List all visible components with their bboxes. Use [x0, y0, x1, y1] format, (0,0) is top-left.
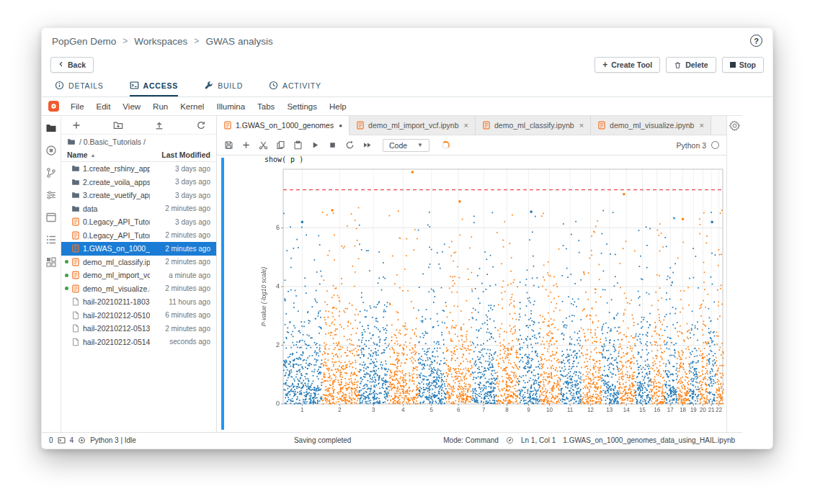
- file-modified: 2 minutes ago: [153, 258, 210, 266]
- menu-settings[interactable]: Settings: [281, 100, 323, 113]
- menu-edit[interactable]: Edit: [91, 100, 117, 113]
- file-row[interactable]: data2 minutes ago: [61, 202, 216, 216]
- file-browser-breadcrumb[interactable]: / 0.Basic_Tutorials /: [61, 135, 216, 148]
- file-row[interactable]: demo_ml_import_vcf.ip...a minute ago: [61, 269, 216, 282]
- file-row[interactable]: 3.create_vuetify_apps3 days ago: [61, 189, 216, 202]
- paste-cells-icon[interactable]: [293, 140, 303, 150]
- open-tabs-icon[interactable]: [45, 212, 57, 223]
- cell-code[interactable]: show( p ): [264, 156, 303, 163]
- stop-button[interactable]: Stop: [722, 57, 764, 73]
- cut-cells-icon[interactable]: [259, 140, 268, 150]
- tab-build[interactable]: BUILD: [204, 76, 243, 96]
- file-name: 2.create_voila_apps: [83, 178, 150, 186]
- menu-kernel[interactable]: Kernel: [174, 100, 210, 113]
- file-row[interactable]: demo_ml_classify.ipynb2 minutes ago: [61, 256, 216, 269]
- kernels-count[interactable]: 4: [70, 436, 74, 444]
- file-row[interactable]: hail-20210212-0514-0...seconds ago: [61, 336, 216, 349]
- file-row[interactable]: 1.GWAS_on_1000_geno...2 minutes ago: [61, 242, 216, 256]
- kernel-name[interactable]: Python 3: [677, 141, 706, 150]
- plot-canvas[interactable]: [257, 166, 726, 423]
- copy-cells-icon[interactable]: [276, 140, 285, 150]
- notebook-content[interactable]: show( p ) P-value (-log10 scale): [217, 156, 726, 432]
- cell-type-dropdown[interactable]: Code ▼: [383, 139, 429, 152]
- command-mode-indicator[interactable]: Mode: Command: [443, 436, 499, 444]
- save-icon[interactable]: [224, 140, 233, 150]
- new-launcher-icon[interactable]: [71, 120, 81, 130]
- breadcrumb-item-workspaces[interactable]: Workspaces: [134, 36, 187, 47]
- terminal-icon: [130, 81, 139, 90]
- stop-square-icon: [730, 62, 736, 68]
- doc-tab[interactable]: demo_ml_visualize.ipynb×: [591, 116, 711, 135]
- file-row[interactable]: 0.Legacy_API_Tutorial_...3 days ago: [61, 215, 216, 229]
- file-name: 1.create_rshiny_apps: [83, 164, 150, 173]
- menu-run[interactable]: Run: [147, 100, 174, 113]
- activity-bar: [42, 116, 61, 432]
- file-row[interactable]: hail-20210212-0513-0...2 minutes ago: [61, 322, 216, 336]
- gear-icon[interactable]: [729, 120, 740, 131]
- new-folder-icon[interactable]: [113, 120, 123, 130]
- interrupt-kernel-icon[interactable]: [328, 140, 337, 150]
- dirty-indicator-icon[interactable]: ●: [339, 122, 342, 129]
- modified-column-header[interactable]: Last Modified: [153, 150, 210, 159]
- help-icon[interactable]: ?: [750, 35, 762, 47]
- git-branch-icon[interactable]: [45, 167, 57, 179]
- document-tab-bar: 1.GWAS_on_1000_genomes●demo_ml_import_vc…: [217, 116, 726, 135]
- doc-tab-label: 1.GWAS_on_1000_genomes: [236, 121, 334, 130]
- property-inspector-icon[interactable]: [45, 189, 57, 201]
- breadcrumb-item-project[interactable]: PopGen Demo: [52, 36, 116, 47]
- create-tool-button[interactable]: + Create Tool: [594, 57, 660, 73]
- file-name: hail-20210211-1803-0...: [83, 297, 150, 306]
- table-of-contents-icon[interactable]: [45, 234, 57, 246]
- name-column-header[interactable]: Name▲: [67, 150, 153, 159]
- menu-file[interactable]: File: [65, 100, 90, 113]
- restart-kernel-icon[interactable]: [345, 140, 355, 150]
- sort-ascending-icon: ▲: [91, 153, 96, 158]
- plus-icon: +: [602, 62, 607, 68]
- doc-tab[interactable]: demo_ml_import_vcf.ipynb×: [349, 116, 476, 135]
- running-indicator: [65, 274, 68, 277]
- upload-icon[interactable]: [154, 120, 164, 130]
- file-modified: 3 days ago: [153, 165, 210, 173]
- run-cell-icon[interactable]: [311, 140, 320, 150]
- insert-cell-icon[interactable]: [241, 140, 251, 150]
- back-button[interactable]: Back: [50, 57, 94, 73]
- folder-icon: [71, 164, 80, 173]
- close-icon[interactable]: ×: [579, 121, 584, 130]
- kernel-status-text[interactable]: Python 3 | Idle: [90, 436, 136, 444]
- doc-tab[interactable]: demo_ml_classify.ipynb×: [476, 116, 591, 135]
- kernel-busy-indicator-icon: [442, 141, 450, 149]
- cell-type-value: Code: [389, 141, 407, 150]
- file-row[interactable]: demo_ml_visualize.ipynb2 minutes ago: [61, 282, 216, 296]
- close-icon[interactable]: ×: [464, 121, 468, 130]
- menu-view[interactable]: View: [117, 100, 146, 113]
- file-row[interactable]: hail-20210211-1803-0...11 hours ago: [61, 295, 216, 309]
- close-icon[interactable]: ×: [699, 121, 703, 130]
- action-bar: Back + Create Tool Delete Stop: [42, 54, 772, 76]
- run-all-icon[interactable]: [362, 140, 372, 150]
- menu-tabs[interactable]: Tabs: [251, 100, 280, 113]
- doc-tab[interactable]: 1.GWAS_on_1000_genomes●: [217, 116, 349, 135]
- tab-activity[interactable]: ACTIVITY: [269, 76, 321, 96]
- breadcrumb: PopGen Demo > Workspaces > GWAS analysis: [52, 36, 273, 47]
- file-modified: 2 minutes ago: [153, 204, 210, 212]
- notebook-icon: [71, 231, 80, 240]
- tab-label: BUILD: [218, 81, 243, 90]
- delete-button[interactable]: Delete: [666, 57, 716, 73]
- file-row[interactable]: 0.Legacy_API_Tutorial_...2 minutes ago: [61, 229, 216, 243]
- cursor-position[interactable]: Ln 1, Col 1: [521, 436, 556, 444]
- tab-access[interactable]: ACCESS: [130, 76, 179, 96]
- file-modified: 2 minutes ago: [153, 325, 210, 333]
- refresh-icon[interactable]: [196, 120, 206, 130]
- file-row[interactable]: 1.create_rshiny_apps3 days ago: [61, 162, 216, 176]
- file-name: data: [83, 204, 150, 213]
- file-row[interactable]: hail-20210212-0510-0...6 minutes ago: [61, 309, 216, 323]
- terminals-count[interactable]: 0: [49, 436, 53, 444]
- extensions-icon[interactable]: [45, 256, 57, 268]
- menu-illumina[interactable]: Illumina: [210, 100, 251, 113]
- file-browser-icon[interactable]: [45, 122, 57, 134]
- file-row[interactable]: 2.create_voila_apps3 days ago: [61, 176, 216, 189]
- running-sessions-icon[interactable]: [45, 145, 57, 156]
- tab-details[interactable]: DETAILS: [55, 76, 104, 96]
- y-axis-label: P-value (-log10 scale): [260, 178, 267, 415]
- menu-help[interactable]: Help: [324, 100, 352, 113]
